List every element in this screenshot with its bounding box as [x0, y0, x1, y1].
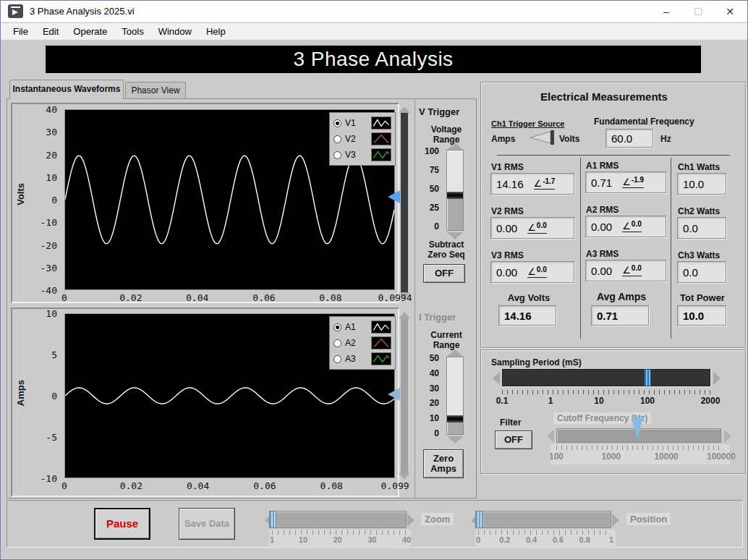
angle-icon: ∠ — [527, 267, 536, 276]
save-data-button[interactable]: Save Data — [179, 508, 235, 540]
current-range-slider[interactable] — [446, 357, 464, 435]
close-button[interactable]: ✕ — [714, 1, 746, 22]
i-trigger-pointer[interactable] — [388, 388, 400, 401]
tick-label: 0.6 — [553, 535, 564, 544]
v1-angle: ∠-1.7 — [534, 179, 556, 190]
trigger-source-switch[interactable] — [524, 130, 558, 145]
ch1-trigger-source-label: Ch1 Trigger Source — [491, 119, 564, 128]
i-trigger-pointer-zone — [388, 313, 401, 478]
tab-instantaneous-waveforms[interactable]: Instantaneous Waveforms — [9, 80, 124, 99]
fundamental-frequency-value: 60.0 — [611, 132, 632, 145]
a1-rms-value: 0.71 — [591, 177, 612, 189]
tick-label: 50 — [430, 353, 439, 363]
position-slider[interactable] — [478, 511, 611, 528]
v-trigger-track[interactable] — [401, 113, 408, 292]
cutoff-frequency-slider[interactable] — [556, 428, 721, 443]
legend-label-v2: V2 — [345, 134, 367, 144]
radio-a1[interactable] — [333, 323, 341, 331]
tab-phasor-view[interactable]: Phasor View — [125, 82, 186, 99]
pause-button[interactable]: Pause — [94, 508, 150, 540]
tick-label: 5 — [51, 349, 57, 360]
menu-edit[interactable]: Edit — [36, 25, 65, 38]
tick-label: 0 — [434, 428, 439, 438]
tick-label: 10 — [299, 535, 307, 544]
menu-operate[interactable]: Operate — [67, 25, 114, 38]
menu-file[interactable]: File — [7, 25, 35, 38]
slider-left-arrow-icon[interactable] — [547, 430, 554, 443]
radio-v2[interactable] — [333, 135, 341, 143]
v1-angle-value: -1.7 — [543, 177, 555, 185]
zoom-slider[interactable] — [272, 511, 407, 528]
subtract-zero-seq-label: Subtract Zero Seq — [419, 240, 474, 260]
divider — [671, 158, 671, 339]
menu-help[interactable]: Help — [200, 25, 232, 38]
tick-label: -40 — [41, 285, 57, 296]
maximize-button[interactable] — [682, 1, 714, 22]
tick-label: 100 — [425, 146, 439, 156]
position-tick-marks — [478, 530, 611, 535]
tick-label: 1 — [270, 535, 274, 544]
slider-right-arrow-icon[interactable] — [612, 514, 619, 527]
i-trigger-title: I Trigger — [419, 312, 456, 323]
avg-amps-value: 0.71 — [597, 310, 618, 322]
sampling-period-slider[interactable] — [502, 369, 710, 386]
sampling-period-handle[interactable] — [644, 369, 651, 386]
fundamental-frequency-input[interactable]: 60.0 — [605, 129, 653, 148]
menu-bar: File Edit Operate Tools Window Help — [1, 23, 747, 40]
current-range-handle[interactable] — [447, 415, 463, 422]
measurements-title: Electrical Measurements — [503, 90, 705, 103]
tick-label: 1000 — [602, 451, 621, 462]
tick-label: 40 — [46, 104, 57, 115]
zero-amps-button[interactable]: Zero Amps — [423, 449, 464, 478]
tick-label: -5 — [46, 432, 57, 443]
radio-a3[interactable] — [333, 355, 341, 363]
amps-legend: A1 A2 A3 — [329, 316, 396, 370]
ch3-watts-display: 0.0 — [677, 261, 726, 283]
slider-up-arrow-icon[interactable] — [447, 349, 463, 357]
voltage-range-handle[interactable] — [447, 192, 463, 198]
radio-v1[interactable] — [333, 119, 341, 127]
slider-down-arrow-icon[interactable] — [447, 436, 463, 444]
radio-a2[interactable] — [333, 339, 341, 347]
a1-rms-display: 0.71 ∠-1.9 — [585, 171, 666, 193]
a1-angle: ∠-1.9 — [622, 177, 644, 188]
minimize-button[interactable]: – — [650, 1, 682, 22]
legend-label-v1: V1 — [345, 118, 367, 128]
menu-window[interactable]: Window — [152, 25, 198, 38]
a3-angle-value: 0.0 — [632, 264, 642, 272]
i-trigger-track[interactable] — [401, 318, 408, 473]
sampling-tick-marks — [502, 390, 710, 394]
radio-v3[interactable] — [333, 151, 341, 159]
zoom-handle[interactable] — [269, 511, 276, 528]
slider-left-arrow-icon[interactable] — [493, 372, 500, 385]
ch3-watts-value: 0.0 — [683, 266, 698, 279]
subtract-zero-seq-button[interactable]: OFF — [423, 264, 465, 283]
v-trigger-pointer[interactable] — [388, 190, 400, 203]
legend-row-a2: A2 — [333, 335, 391, 351]
tick-label: 0 — [51, 195, 57, 205]
voltage-range-label: Voltage Range — [420, 125, 472, 145]
tick-label: 100000 — [707, 451, 736, 462]
avg-volts-label: Avg Volts — [498, 292, 559, 303]
slider-right-arrow-icon[interactable] — [713, 372, 721, 385]
cutoff-frequency-pointer[interactable] — [632, 417, 643, 439]
filter-label: Filter — [500, 417, 521, 428]
tick-label: 30 — [46, 127, 57, 137]
ch1-watts-display: 10.0 — [677, 173, 726, 195]
slider-right-arrow-icon[interactable] — [724, 430, 731, 443]
v2-angle-value: 0.0 — [537, 221, 547, 229]
a1-rms-label: A1 RMS — [586, 161, 619, 171]
a2-angle: ∠0.0 — [622, 221, 642, 232]
menu-tools[interactable]: Tools — [115, 25, 150, 38]
voltage-range-scale: 1007550250 — [419, 151, 442, 226]
slider-up-arrow-icon[interactable] — [447, 143, 463, 150]
slider-right-arrow-icon[interactable] — [407, 514, 415, 527]
position-handle[interactable] — [475, 511, 483, 528]
v1-rms-display: 14.16 ∠-1.7 — [490, 173, 574, 195]
slider-down-arrow-icon[interactable] — [447, 232, 463, 239]
ch2-watts-label: Ch2 Watts — [678, 206, 720, 216]
filter-button[interactable]: OFF — [495, 430, 532, 449]
voltage-range-slider[interactable] — [446, 150, 464, 231]
tick-label: 50 — [430, 184, 439, 194]
tot-power-label: Tot Power — [673, 292, 731, 303]
